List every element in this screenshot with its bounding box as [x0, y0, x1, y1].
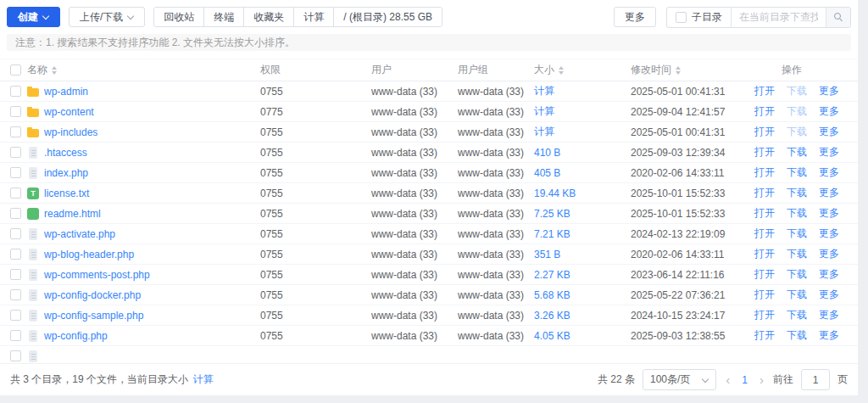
row-checkbox[interactable]	[10, 147, 21, 158]
size-link[interactable]: 7.25 KB	[534, 208, 570, 220]
download-link[interactable]: 下载	[787, 308, 807, 322]
row-more-link[interactable]: 更多	[819, 104, 839, 119]
row-checkbox[interactable]	[10, 167, 21, 178]
row-more-link[interactable]: 更多	[819, 328, 839, 343]
file-name-link[interactable]: wp-blog-header.php	[44, 249, 134, 260]
goto-page-input[interactable]	[801, 369, 830, 390]
size-link[interactable]: 计算	[534, 84, 554, 98]
file-name-link[interactable]: .htaccess	[44, 147, 87, 159]
header-mtime[interactable]: 修改时间	[631, 63, 746, 77]
more-button[interactable]: 更多	[614, 7, 656, 27]
size-link[interactable]: 351 B	[534, 249, 560, 260]
open-link[interactable]: 打开	[754, 145, 775, 160]
file-name-link[interactable]: license.txt	[44, 188, 89, 199]
row-more-link[interactable]: 更多	[819, 145, 839, 160]
search-button[interactable]	[826, 8, 850, 27]
header-size[interactable]: 大小	[534, 63, 631, 77]
download-link[interactable]: 下载	[787, 227, 807, 241]
row-more-link[interactable]: 更多	[819, 186, 839, 200]
row-checkbox[interactable]	[10, 228, 21, 239]
size-link[interactable]: 19.44 KB	[534, 188, 576, 199]
download-link[interactable]: 下载	[787, 165, 807, 180]
size-link[interactable]: 7.21 KB	[534, 228, 570, 240]
prev-page-button[interactable]: ‹	[724, 373, 732, 386]
row-checkbox[interactable]	[10, 350, 21, 361]
terminal-button[interactable]: 终端	[203, 8, 243, 26]
open-link[interactable]: 打开	[754, 227, 775, 241]
row-more-link[interactable]: 更多	[819, 84, 839, 98]
open-link[interactable]: 打开	[754, 328, 775, 343]
row-checkbox[interactable]	[10, 289, 21, 300]
search-input[interactable]	[731, 8, 826, 27]
download-link[interactable]: 下载	[787, 206, 807, 221]
open-link[interactable]: 打开	[754, 104, 775, 119]
file-name-link[interactable]: index.php	[44, 167, 88, 179]
download-link[interactable]: 下载	[787, 267, 807, 282]
root-directory-button[interactable]: / (根目录) 28.55 GB	[333, 8, 442, 26]
file-name-link[interactable]: wp-content	[44, 106, 94, 118]
file-name-link[interactable]: wp-config.php	[44, 330, 108, 342]
size-link[interactable]: 计算	[534, 125, 554, 139]
upload-download-button[interactable]: 上传/下载	[69, 7, 145, 27]
file-name-link[interactable]: wp-admin	[44, 86, 88, 98]
size-link[interactable]: 3.26 KB	[534, 310, 570, 322]
file-name-link[interactable]: wp-comments-post.php	[44, 269, 150, 281]
open-link[interactable]: 打开	[754, 84, 775, 98]
page-size-select[interactable]: 100条/页	[643, 369, 716, 390]
row-more-link[interactable]: 更多	[819, 165, 839, 180]
download-link[interactable]: 下载	[787, 288, 807, 302]
row-checkbox[interactable]	[10, 188, 21, 199]
row-checkbox[interactable]	[10, 86, 21, 97]
current-page[interactable]: 1	[739, 374, 750, 386]
row-checkbox[interactable]	[10, 126, 21, 137]
sort-icon[interactable]	[559, 66, 564, 75]
file-name-link[interactable]: wp-includes	[44, 126, 97, 138]
open-link[interactable]: 打开	[754, 125, 775, 139]
create-button[interactable]: 创建	[7, 7, 60, 27]
favorites-button[interactable]: 收藏夹	[243, 8, 293, 26]
download-link[interactable]: 下载	[787, 145, 807, 160]
size-link[interactable]: 4.05 KB	[534, 330, 570, 342]
calculate-button[interactable]: 计算	[293, 8, 333, 26]
open-link[interactable]: 打开	[754, 206, 775, 221]
open-link[interactable]: 打开	[754, 288, 775, 302]
sort-icon[interactable]	[676, 66, 681, 75]
download-link[interactable]: 下载	[787, 247, 807, 261]
file-name-link[interactable]: wp-activate.php	[44, 228, 115, 240]
row-more-link[interactable]: 更多	[819, 125, 839, 139]
row-more-link[interactable]: 更多	[819, 206, 839, 221]
open-link[interactable]: 打开	[754, 186, 775, 200]
row-checkbox[interactable]	[10, 106, 21, 117]
size-link[interactable]: 5.68 KB	[534, 289, 570, 301]
row-checkbox[interactable]	[10, 208, 21, 219]
size-link[interactable]: 计算	[534, 104, 554, 119]
download-link[interactable]: 下载	[787, 186, 807, 200]
row-checkbox[interactable]	[10, 269, 21, 280]
download-link[interactable]: 下载	[787, 328, 807, 343]
sort-icon[interactable]	[52, 66, 57, 75]
file-name-link[interactable]: wp-config-docker.php	[44, 289, 141, 301]
subdir-checkbox[interactable]	[676, 12, 687, 23]
size-link[interactable]: 405 B	[534, 167, 560, 179]
file-name-link[interactable]: readme.html	[44, 208, 101, 220]
file-name-link[interactable]: wp-config-sample.php	[44, 310, 143, 322]
size-link[interactable]: 410 B	[534, 147, 560, 159]
open-link[interactable]: 打开	[754, 165, 775, 180]
open-link[interactable]: 打开	[754, 308, 775, 322]
row-more-link[interactable]: 更多	[819, 288, 839, 302]
header-name[interactable]: 名称	[27, 63, 260, 77]
row-checkbox[interactable]	[10, 249, 21, 260]
next-page-button[interactable]: ›	[758, 373, 765, 386]
row-more-link[interactable]: 更多	[819, 267, 839, 282]
select-all-checkbox[interactable]	[10, 64, 21, 76]
calculate-size-link[interactable]: 计算	[192, 373, 213, 385]
recycle-bin-button[interactable]: 回收站	[154, 8, 203, 26]
row-more-link[interactable]: 更多	[819, 227, 839, 241]
row-more-link[interactable]: 更多	[819, 308, 839, 322]
open-link[interactable]: 打开	[754, 267, 775, 282]
size-link[interactable]: 2.27 KB	[534, 269, 570, 281]
row-checkbox[interactable]	[10, 330, 21, 341]
row-checkbox[interactable]	[10, 310, 21, 321]
row-more-link[interactable]: 更多	[819, 247, 839, 261]
open-link[interactable]: 打开	[754, 247, 775, 261]
